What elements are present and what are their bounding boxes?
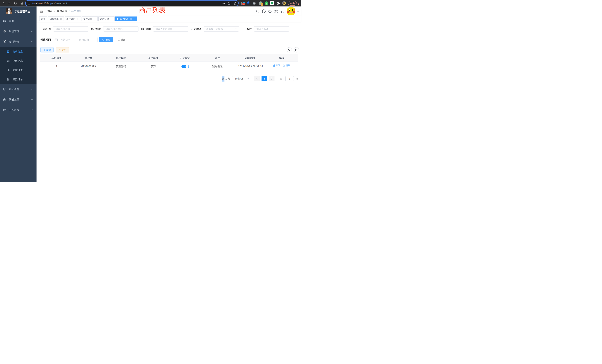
svg-text:y: y [266,2,267,5]
svg-text:⌘: ⌘ [253,2,255,4]
